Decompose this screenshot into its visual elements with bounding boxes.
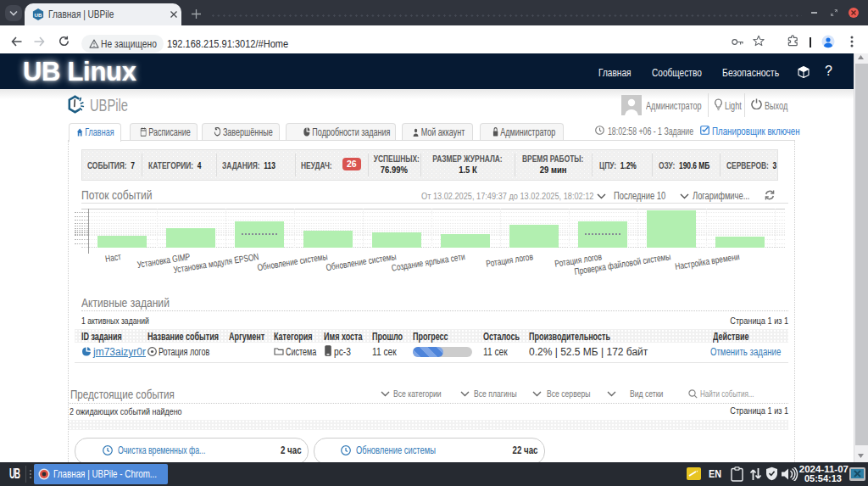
svg-text:UB: UB (35, 12, 42, 18)
